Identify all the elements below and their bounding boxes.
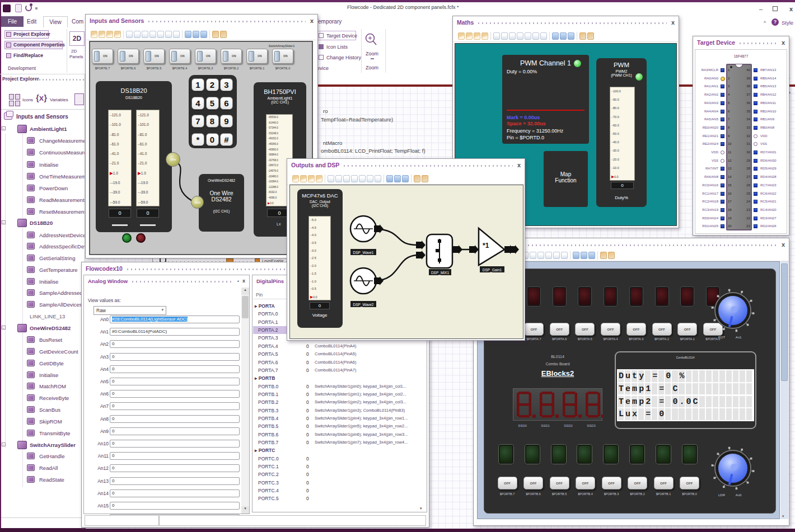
svg-text:DSP_MIX1: DSP_MIX1 [431, 271, 450, 275]
svg-text:DSP_Wave1: DSP_Wave1 [353, 251, 374, 255]
svg-text:DSP_Wave2: DSP_Wave2 [353, 303, 374, 307]
svg-text:DSP_Gain1: DSP_Gain1 [483, 268, 502, 272]
svg-text:*1: *1 [483, 242, 489, 249]
